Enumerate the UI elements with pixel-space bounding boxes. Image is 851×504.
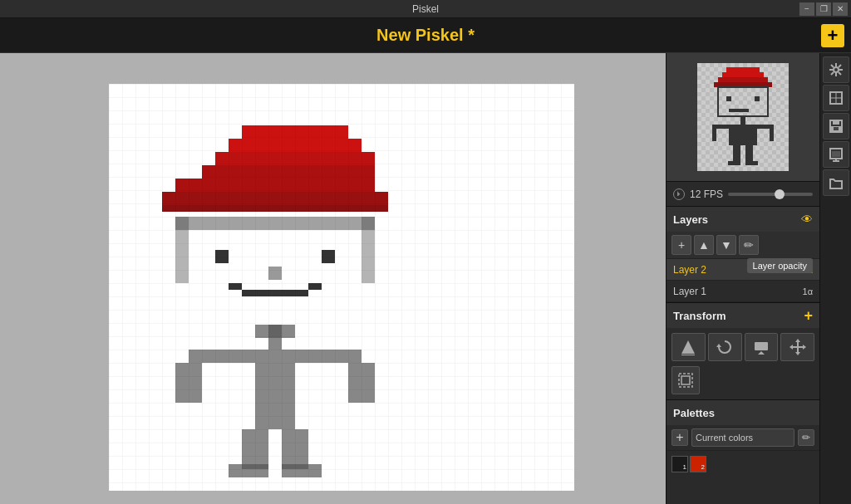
- svg-line-72: [831, 65, 834, 67]
- svg-rect-66: [681, 376, 690, 384]
- pixel-canvas-container: [109, 84, 574, 491]
- add-layer-button[interactable]: +: [671, 235, 691, 255]
- open-icon: [829, 175, 844, 190]
- palettes-section: Palettes + Current colors ✏ 1 2: [667, 400, 819, 504]
- svg-rect-50: [733, 145, 740, 164]
- layers-title: Layers: [673, 213, 708, 226]
- palette-select[interactable]: Current colors: [691, 428, 794, 447]
- svg-marker-58: [758, 351, 765, 355]
- layer-opacity-icon[interactable]: 👁: [801, 213, 813, 226]
- svg-rect-82: [834, 127, 839, 130]
- export-icon: [829, 147, 844, 162]
- svg-rect-43: [729, 109, 749, 112]
- svg-rect-48: [712, 129, 716, 141]
- new-button[interactable]: +: [821, 24, 844, 47]
- svg-marker-63: [790, 345, 793, 350]
- svg-rect-84: [832, 151, 840, 157]
- palette-color-2[interactable]: 2: [690, 456, 706, 472]
- pixel-canvas[interactable]: [109, 84, 574, 491]
- settings-icon: [829, 62, 844, 77]
- titlebar: Piskel − ❐ ✕: [0, 0, 851, 18]
- icon-bar: [819, 53, 851, 504]
- resize-sprite-icon: [829, 91, 844, 105]
- svg-rect-38: [718, 77, 768, 82]
- svg-rect-51: [745, 145, 753, 164]
- grid-overlay: [109, 84, 574, 491]
- resize-button[interactable]: [671, 366, 700, 394]
- flip-h-icon: [753, 339, 770, 355]
- app-name: Piskel: [412, 3, 439, 15]
- restore-button[interactable]: ❐: [816, 2, 831, 16]
- edit-layer-button[interactable]: ✏: [739, 235, 759, 255]
- layer-row-2[interactable]: Layer 2 0.5α: [667, 259, 819, 281]
- preview-svg: [697, 63, 789, 171]
- layers-section: Layers 👁 Layer opacity + ▲ ▼ ✏ Layer 2 0…: [667, 207, 819, 303]
- flip-horizontal-button[interactable]: [745, 333, 779, 361]
- canvas-area[interactable]: [0, 53, 666, 504]
- minimize-button[interactable]: −: [799, 2, 814, 16]
- svg-rect-30: [109, 84, 574, 491]
- svg-rect-49: [770, 129, 774, 141]
- palettes-header: Palettes: [667, 400, 819, 425]
- layer-1-name: Layer 1: [673, 286, 706, 297]
- palette-colors: 1 2: [667, 451, 819, 477]
- palette-add-button[interactable]: +: [671, 429, 688, 446]
- svg-marker-62: [795, 352, 800, 355]
- open-button[interactable]: [823, 169, 849, 196]
- move-button[interactable]: [780, 333, 814, 361]
- svg-rect-36: [726, 67, 760, 72]
- resize-icon: [677, 372, 694, 389]
- save-icon: [829, 119, 844, 134]
- palette-edit-button[interactable]: ✏: [798, 429, 814, 446]
- fps-thumb[interactable]: [775, 189, 785, 199]
- layer-row-1[interactable]: Layer 1 1α: [667, 281, 819, 302]
- palettes-title: Palettes: [673, 407, 715, 419]
- resize-sprite-button[interactable]: [823, 85, 849, 111]
- svg-marker-61: [795, 339, 800, 342]
- flip-vertical-button[interactable]: [671, 333, 706, 361]
- move-layer-down-button[interactable]: ▼: [716, 235, 736, 255]
- svg-marker-56: [716, 344, 721, 347]
- svg-rect-53: [745, 161, 758, 165]
- layer-2-name: Layer 2: [673, 264, 706, 276]
- svg-rect-47: [757, 125, 774, 129]
- svg-marker-64: [803, 345, 806, 350]
- svg-line-73: [839, 72, 841, 75]
- transform-section: Transform +: [667, 303, 819, 400]
- app-title: New Piskel *: [376, 26, 475, 45]
- svg-rect-45: [729, 125, 757, 145]
- palette-controls: + Current colors ✏: [667, 425, 819, 451]
- svg-rect-57: [755, 342, 768, 350]
- right-panel: ⏵ 12 FPS Layers 👁 Layer opacity + ▲ ▼ ✏ …: [666, 53, 819, 504]
- fps-slider[interactable]: [728, 193, 813, 196]
- transform-header: Transform +: [667, 303, 819, 328]
- transform-buttons: [667, 328, 819, 366]
- rotate-icon: [716, 339, 733, 355]
- svg-rect-37: [722, 72, 764, 77]
- move-icon: [790, 339, 806, 355]
- svg-rect-46: [712, 125, 729, 129]
- move-layer-up-button[interactable]: ▲: [694, 235, 714, 255]
- fps-value: 12 FPS: [690, 188, 723, 200]
- svg-line-74: [839, 65, 841, 67]
- svg-marker-54: [681, 340, 695, 354]
- svg-rect-44: [740, 116, 745, 125]
- titlebar-controls: − ❐ ✕: [799, 0, 848, 17]
- svg-rect-80: [833, 120, 839, 125]
- rotate-button[interactable]: [708, 333, 742, 361]
- preview-area: [667, 53, 819, 182]
- layer-1-alpha: 1α: [803, 286, 813, 296]
- save-button[interactable]: [823, 113, 849, 139]
- palette-color-1[interactable]: 1: [671, 456, 688, 472]
- layer-2-alpha: 0.5α: [794, 265, 813, 275]
- transform-row2: [667, 366, 819, 399]
- main-layout: ⏵ 12 FPS Layers 👁 Layer opacity + ▲ ▼ ✏ …: [0, 53, 851, 504]
- svg-point-67: [834, 67, 839, 72]
- export-button[interactable]: [823, 141, 849, 168]
- flip-v-icon: [680, 339, 696, 355]
- settings-button[interactable]: [823, 56, 849, 83]
- transform-add-icon[interactable]: +: [804, 308, 813, 323]
- close-button[interactable]: ✕: [833, 2, 848, 16]
- transform-title: Transform: [673, 310, 726, 322]
- layer-controls: + ▲ ▼ ✏: [667, 232, 819, 259]
